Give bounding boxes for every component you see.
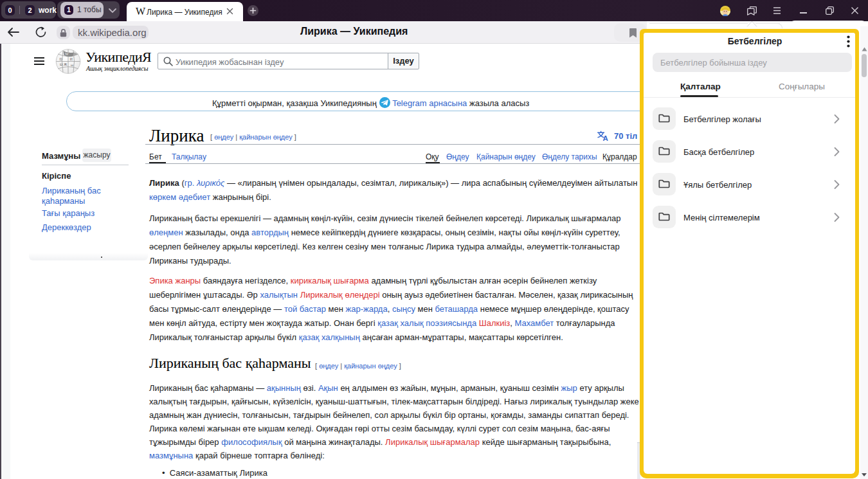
svg-text:D: D bbox=[60, 57, 63, 61]
svg-text:Ж: Ж bbox=[64, 62, 68, 66]
svg-text:ω: ω bbox=[71, 63, 73, 67]
svg-text:Ω: Ω bbox=[60, 62, 63, 66]
svg-text:A: A bbox=[603, 134, 608, 141]
svg-text:W: W bbox=[65, 52, 69, 56]
svg-text:И: И bbox=[70, 57, 73, 61]
